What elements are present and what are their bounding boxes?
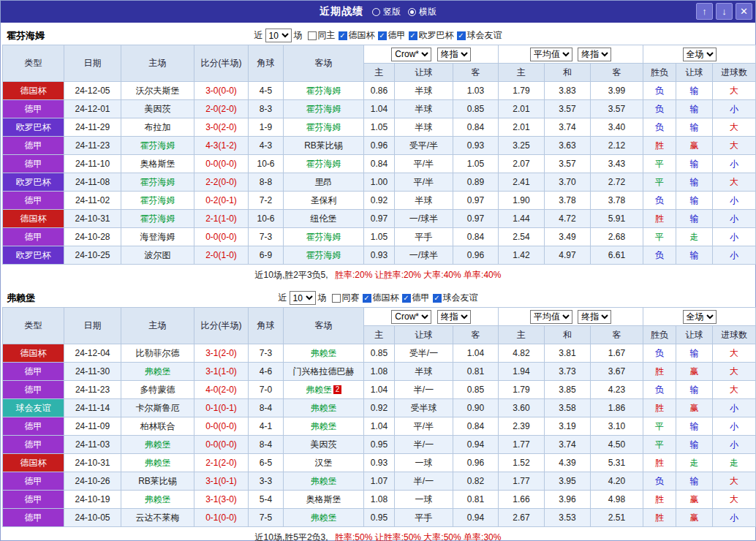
score-cell: 0-2(0-1) <box>194 192 249 210</box>
goals-result-cell: 小 <box>713 509 756 527</box>
avg-home-odds-cell: 3.25 <box>499 137 545 155</box>
checked-checkbox-icon[interactable]: ✓ <box>457 31 466 40</box>
competition-checkbox[interactable]: ✓球会友谊 <box>457 29 502 42</box>
goals-result-cell: 大 <box>713 381 756 399</box>
corners-cell: 3-3 <box>249 472 284 491</box>
final-odds-select[interactable]: 终指 <box>437 310 471 324</box>
away-odds-cell: 0.81 <box>453 491 499 509</box>
radio-selected-icon[interactable] <box>408 8 416 16</box>
competition-checkbox[interactable]: ✓德国杯 <box>363 292 399 304</box>
match-date-cell: 24-10-31 <box>64 454 121 472</box>
scope-select[interactable]: 全场 <box>683 48 717 61</box>
avg-draw-odds-cell: 3.95 <box>545 472 591 491</box>
average-select[interactable]: 平均值 <box>530 310 572 324</box>
result-cell: 负 <box>643 344 676 363</box>
handicap-result-cell: 赢 <box>676 399 713 417</box>
corners-cell: 5-4 <box>249 491 284 509</box>
away-odds-cell: 0.84 <box>453 118 499 137</box>
avg-away-odds-cell: 4.23 <box>591 381 643 399</box>
checked-checkbox-icon[interactable]: ✓ <box>339 31 347 40</box>
match-row: 德甲24-11-23多特蒙德4-0(2-0)7-0弗赖堡21.04半/一0.85… <box>3 381 756 399</box>
col-away: 客场 <box>284 45 364 82</box>
bookmaker-select[interactable]: Crow* <box>391 48 431 61</box>
avg-final-select[interactable]: 终指 <box>578 48 611 61</box>
match-row: 德甲24-10-26RB莱比锡3-1(0-1)3-3弗赖堡1.07半/一0.82… <box>3 472 756 491</box>
checked-checkbox-icon[interactable]: ✓ <box>409 31 417 40</box>
score-cell: 2-0(1-0) <box>194 246 249 265</box>
bookmaker-select[interactable]: Crow* <box>391 310 431 324</box>
avg-away-odds-cell: 1.67 <box>591 344 643 363</box>
competition-type-cell: 欧罗巴杯 <box>3 118 64 137</box>
goals-result-cell: 小 <box>713 210 756 228</box>
same-filter-checkbox[interactable]: 同赛 <box>332 292 360 304</box>
checked-checkbox-icon[interactable]: ✓ <box>363 294 371 303</box>
corners-cell: 7-2 <box>249 192 284 210</box>
final-odds-select[interactable]: 终指 <box>437 48 471 61</box>
handicap-cell: 一球 <box>395 454 453 472</box>
move-up-button[interactable]: ↑ <box>696 3 713 20</box>
radio-unselected-icon[interactable] <box>372 8 380 16</box>
avg-draw-odds-cell: 3.85 <box>545 381 591 399</box>
unchecked-checkbox-icon[interactable] <box>308 31 317 40</box>
same-filter-checkbox[interactable]: 同主 <box>308 29 336 42</box>
goals-result-cell: 小 <box>713 155 756 173</box>
match-count-select[interactable]: 10 <box>290 291 316 305</box>
unchecked-checkbox-icon[interactable] <box>332 294 341 303</box>
away-odds-cell: 0.81 <box>453 363 499 381</box>
checked-checkbox-icon[interactable]: ✓ <box>433 294 442 303</box>
handicap-result-cell: 赢 <box>676 509 713 527</box>
competition-type-cell: 德甲 <box>3 436 64 454</box>
away-odds-cell: 0.97 <box>453 192 499 210</box>
col-avg-away: 客 <box>591 64 643 82</box>
checked-checkbox-icon[interactable]: ✓ <box>402 294 411 303</box>
filter-games-label: 场 <box>294 29 303 42</box>
match-date-cell: 24-12-01 <box>64 100 121 118</box>
competition-type-cell: 球会友谊 <box>3 399 64 417</box>
home-team-cell: 波尔图 <box>121 246 194 265</box>
score-cell: 3-0(2-0) <box>194 118 249 137</box>
col-goals-result: 进球数 <box>713 64 756 82</box>
handicap-result-cell: 赢 <box>676 363 713 381</box>
recent-results-panel: 近期战绩 竖版横版 ↑ ↓ ✕ 霍芬海姆 近 10 场 同主✓德国杯✓德甲✓欧罗… <box>0 0 756 541</box>
home-team-cell: 柏林联合 <box>121 417 194 436</box>
matches-table: 类型 日期 主场 比分(半场) 角球 客场 Crow* 终指 平均值 终指 <box>2 45 756 265</box>
home-odds-cell: 1.08 <box>364 491 395 509</box>
away-team-cell: 弗赖堡 <box>284 509 364 527</box>
goals-result-cell: 小 <box>713 436 756 454</box>
home-team-cell: RB莱比锡 <box>121 472 194 491</box>
scope-select[interactable]: 全场 <box>683 310 717 324</box>
competition-checkbox[interactable]: ✓球会友谊 <box>433 292 478 304</box>
competition-filter-group: 同赛✓德国杯✓德甲✓球会友谊 <box>329 292 478 304</box>
competition-checkbox[interactable]: ✓欧罗巴杯 <box>409 29 454 42</box>
away-odds-cell: 0.96 <box>453 246 499 265</box>
home-odds-cell: 0.86 <box>364 82 395 100</box>
competition-type-cell: 德国杯 <box>3 82 64 100</box>
avg-draw-odds-cell: 3.63 <box>545 137 591 155</box>
layout-radio[interactable]: 竖版 <box>372 6 401 18</box>
competition-checkbox[interactable]: ✓德甲 <box>378 29 406 42</box>
avg-home-odds-cell: 1.77 <box>499 436 545 454</box>
average-select[interactable]: 平均值 <box>530 48 572 61</box>
handicap-cell: 平/半 <box>395 155 453 173</box>
close-button[interactable]: ✕ <box>736 3 752 20</box>
match-count-select[interactable]: 10 <box>265 29 292 42</box>
checked-checkbox-icon[interactable]: ✓ <box>378 31 387 40</box>
layout-radio[interactable]: 横版 <box>408 6 436 18</box>
avg-away-odds-cell: 4.20 <box>591 472 643 491</box>
avg-draw-odds-cell: 3.73 <box>545 363 591 381</box>
competition-type-cell: 欧罗巴杯 <box>3 246 64 265</box>
competition-checkbox[interactable]: ✓德国杯 <box>339 29 375 42</box>
away-odds-cell: 0.90 <box>453 399 499 417</box>
corners-cell: 10-6 <box>249 155 284 173</box>
avg-home-odds-cell: 2.67 <box>499 509 545 527</box>
handicap-cell: 平手 <box>395 509 453 527</box>
result-cell: 胜 <box>643 363 676 381</box>
avg-final-select[interactable]: 终指 <box>578 310 611 324</box>
move-down-button[interactable]: ↓ <box>716 3 733 20</box>
goals-result-cell: 大 <box>713 344 756 363</box>
result-cell: 胜 <box>643 399 676 417</box>
away-team-cell: 奥格斯堡 <box>284 491 364 509</box>
goals-result-cell: 小 <box>713 192 756 210</box>
competition-checkbox[interactable]: ✓德甲 <box>402 292 430 304</box>
col-type: 类型 <box>3 308 64 344</box>
